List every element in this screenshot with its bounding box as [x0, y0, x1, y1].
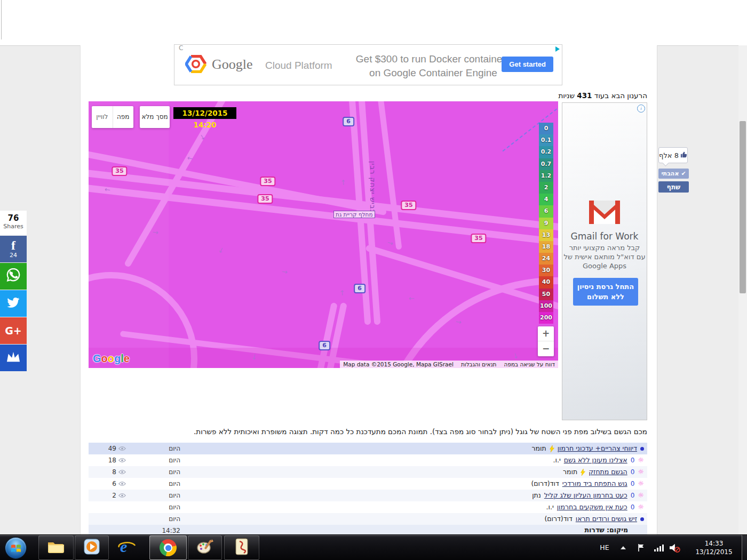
- google-logo-letter: g: [114, 353, 121, 364]
- show-hidden-icons-button[interactable]: [618, 535, 629, 560]
- ad-info-icon[interactable]: i: [637, 105, 645, 113]
- reporter-name: דוד(דרום): [531, 478, 559, 490]
- report-link[interactable]: גוש התפתח ביד מורדכי: [562, 478, 627, 490]
- zoom-out-button[interactable]: −: [538, 341, 554, 356]
- report-link[interactable]: זיש גושים ורודים תראו: [576, 513, 637, 525]
- twitter-share-button[interactable]: [0, 290, 27, 317]
- route-35-shield: 35: [471, 234, 486, 243]
- road: [377, 101, 402, 250]
- get-started-button[interactable]: Get started: [502, 57, 553, 72]
- facebook-share-button[interactable]: שתף: [658, 181, 689, 193]
- curved-road: [377, 277, 558, 368]
- eye-icon: [118, 446, 126, 451]
- report-link[interactable]: אצלינו מעונן ללא גשם: [564, 454, 627, 466]
- refresh-countdown: הרענון הבא בעוד 431 שניות: [558, 91, 647, 100]
- taskbar-internet-explorer-button[interactable]: e: [110, 535, 144, 560]
- scale-step: 0.2: [539, 146, 553, 158]
- facebook-share-count: 24: [10, 252, 17, 259]
- lightning-icon: [581, 469, 585, 476]
- view-count: 18: [97, 454, 126, 466]
- report-link[interactable]: דיווחי צהריים+ עדכוני חרמון: [558, 443, 637, 454]
- scrollbar-thumb[interactable]: [740, 121, 746, 293]
- map-type-control: מפה לוויין: [92, 106, 133, 128]
- desktop-screen: C Google Cloud Platform Get $300 to run …: [0, 0, 747, 560]
- adchoices-icon[interactable]: [554, 45, 562, 52]
- rain-reports-list: דיווחי צהריים+ עדכוני חרמוןתומרהיום 14:1…: [89, 443, 647, 535]
- report-map-error-link[interactable]: דווח על שגיאה במפה: [504, 361, 555, 367]
- taskbar-explorer-button[interactable]: [38, 535, 74, 560]
- road-arrow-icon: →: [152, 228, 159, 236]
- road-name-label: כביש יצחק רבין: [369, 161, 377, 213]
- route-6-shield: 6: [319, 341, 330, 350]
- reporter-name: תומר: [563, 466, 577, 478]
- taskbar-mahjong-button[interactable]: [224, 535, 259, 560]
- sun-icon: ☼: [638, 501, 644, 513]
- start-button[interactable]: [5, 537, 27, 559]
- facebook-widget: 8 אלף ✔ אהבתי שתף: [658, 147, 689, 193]
- road-arrow-icon: ↓: [251, 353, 258, 362]
- report-row: ☼0כעת אין משקעים בחרמוןי.ו.היום 14:32: [89, 501, 647, 513]
- svg-text:e: e: [120, 538, 127, 555]
- google-brand-text: Google: [212, 57, 253, 73]
- facebook-share-button-side[interactable]: f 24: [0, 236, 27, 262]
- report-link[interactable]: הגשם מתחזק: [589, 466, 627, 478]
- show-desktop-button[interactable]: [742, 535, 747, 560]
- scale-step: 9: [539, 218, 553, 229]
- facebook-like-count-bubble: 8 אלף: [658, 147, 688, 163]
- crown-share-button[interactable]: [0, 345, 27, 371]
- taskbar-clock[interactable]: 14:33 13/12/2015: [689, 535, 738, 560]
- google-logo-letter: e: [124, 353, 130, 364]
- route-6-shield: 6: [343, 117, 354, 126]
- share-total-box: 76 Shares: [0, 211, 27, 235]
- taskbar-chrome-button[interactable]: [149, 535, 187, 560]
- window-edge-line: [1, 0, 2, 39]
- sun-icon: ☼: [638, 490, 644, 501]
- internet-explorer-icon: e: [117, 538, 137, 557]
- volume-muted-icon[interactable]: [667, 535, 682, 560]
- fullscreen-button[interactable]: מסך מלא: [140, 106, 170, 128]
- folder-icon: [47, 539, 65, 556]
- network-signal-icon[interactable]: [652, 535, 666, 560]
- sun-icon: ☼: [638, 454, 644, 466]
- check-icon: ✔: [681, 170, 686, 177]
- language-indicator[interactable]: HE: [597, 535, 613, 560]
- map-type-map-button[interactable]: מפה: [113, 106, 134, 128]
- gmail-side-ad[interactable]: i Gmail for Work קבל מראה מקצועי יותר עם…: [562, 102, 647, 420]
- taskbar-paint-button[interactable]: [188, 535, 222, 560]
- google-plus-share-button[interactable]: G+: [0, 317, 27, 344]
- scale-step: 40: [539, 276, 553, 288]
- facebook-liked-button[interactable]: ✔ אהבתי: [658, 169, 689, 179]
- map-type-satellite-button[interactable]: לוויין: [92, 106, 113, 128]
- road-arrow-icon: →: [386, 238, 394, 248]
- action-center-flag-icon[interactable]: [635, 535, 648, 560]
- view-count: 6: [97, 478, 126, 490]
- zoom-in-button[interactable]: +: [538, 326, 554, 341]
- facebook-f-icon: f: [11, 239, 15, 251]
- route-6-shield: 6: [354, 284, 365, 293]
- google-maps-logo[interactable]: Google: [93, 353, 130, 365]
- report-dot-icon: [640, 517, 644, 521]
- reporter-name: תומר: [532, 443, 546, 454]
- report-link[interactable]: כעט בחרמון העליון שלג קליל: [544, 490, 627, 501]
- scale-step: 200: [539, 312, 553, 324]
- like-count-text: 8 אלף: [659, 151, 679, 159]
- gmail-trial-button[interactable]: התחל גרסת ניסיון ללא תשלום: [573, 278, 638, 306]
- terms-link[interactable]: תנאים והגבלות: [461, 361, 497, 367]
- route-35-shield: 35: [401, 201, 416, 210]
- gmail-ad-title: Gmail for Work: [562, 231, 647, 242]
- report-link[interactable]: כעת אין משקעים בחרמון: [557, 501, 627, 513]
- paint-icon: [196, 539, 213, 557]
- view-count: 49: [97, 443, 126, 454]
- thumb-up-icon: [680, 151, 687, 159]
- scale-step: 4: [539, 194, 553, 205]
- whatsapp-share-button[interactable]: [0, 263, 27, 290]
- taskbar-media-player-button[interactable]: [75, 535, 109, 560]
- rain-radar-map[interactable]: ←←→↓→↑→←→↓↑↓↓ כביש יצחק רבין מחלף קריית …: [89, 101, 558, 368]
- page-scrollbar[interactable]: [738, 45, 747, 535]
- gmail-logo-icon: [589, 201, 620, 226]
- whatsapp-icon: [5, 267, 21, 285]
- scale-step: 6: [539, 205, 553, 217]
- ad-loader-glyph: C: [179, 44, 183, 52]
- google-plus-icon: G+: [5, 325, 22, 337]
- top-banner-ad[interactable]: C Google Cloud Platform Get $300 to run …: [174, 44, 562, 85]
